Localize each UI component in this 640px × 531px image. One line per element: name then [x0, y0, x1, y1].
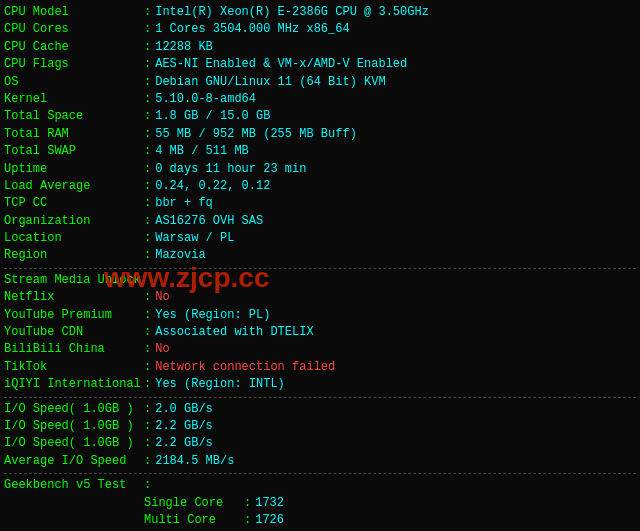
value-youtube-premium: Yes (Region: PL) [155, 307, 270, 324]
label-kernel: Kernel [4, 91, 144, 108]
label-stream-title: Stream Media Unlock [4, 272, 144, 289]
row-tcp-cc: TCP CC : bbr + fq [4, 195, 636, 212]
label-region: Region [4, 247, 144, 264]
row-organization: Organization : AS16276 OVH SAS [4, 213, 636, 230]
divider-1 [4, 268, 636, 269]
row-youtube-cdn: YouTube CDN : Associated with DTELIX [4, 324, 636, 341]
label-io-1: I/O Speed( 1.0GB ) [4, 401, 144, 418]
label-netflix: Netflix [4, 289, 144, 306]
row-io-1: I/O Speed( 1.0GB ) : 2.0 GB/s [4, 401, 636, 418]
row-multi-core: Multi Core : 1726 [4, 512, 636, 529]
value-cpu-cores: 1 Cores 3504.000 MHz x86_64 [155, 21, 349, 38]
row-bilibili: BiliBili China : No [4, 341, 636, 358]
row-youtube-premium: YouTube Premium : Yes (Region: PL) [4, 307, 636, 324]
value-io-3: 2.2 GB/s [155, 435, 213, 452]
row-uptime: Uptime : 0 days 11 hour 23 min [4, 161, 636, 178]
value-cpu-cache: 12288 KB [155, 39, 213, 56]
label-multi-core: Multi Core [144, 512, 244, 529]
value-cpu-flags: AES-NI Enabled & VM-x/AMD-V Enabled [155, 56, 407, 73]
row-stream-title: Stream Media Unlock [4, 272, 636, 289]
value-multi-core: 1726 [255, 512, 284, 529]
label-cpu-cache: CPU Cache [4, 39, 144, 56]
value-kernel: 5.10.0-8-amd64 [155, 91, 256, 108]
row-io-2: I/O Speed( 1.0GB ) : 2.2 GB/s [4, 418, 636, 435]
terminal-container: CPU Model : Intel(R) Xeon(R) E-2386G CPU… [4, 4, 636, 529]
row-kernel: Kernel : 5.10.0-8-amd64 [4, 91, 636, 108]
label-geekbench-title: Geekbench v5 Test [4, 477, 144, 494]
label-tiktok: TikTok [4, 359, 144, 376]
value-avg-io: 2184.5 MB/s [155, 453, 234, 470]
value-youtube-cdn: Associated with DTELIX [155, 324, 313, 341]
value-total-space: 1.8 GB / 15.0 GB [155, 108, 270, 125]
label-total-space: Total Space [4, 108, 144, 125]
row-total-swap: Total SWAP : 4 MB / 511 MB [4, 143, 636, 160]
value-total-swap: 4 MB / 511 MB [155, 143, 249, 160]
value-organization: AS16276 OVH SAS [155, 213, 263, 230]
row-region: Region : Mazovia [4, 247, 636, 264]
value-iqiyi: Yes (Region: INTL) [155, 376, 285, 393]
value-netflix: No [155, 289, 169, 306]
row-io-3: I/O Speed( 1.0GB ) : 2.2 GB/s [4, 435, 636, 452]
value-load-average: 0.24, 0.22, 0.12 [155, 178, 270, 195]
label-youtube-cdn: YouTube CDN [4, 324, 144, 341]
row-tiktok: TikTok : Network connection failed [4, 359, 636, 376]
row-total-space: Total Space : 1.8 GB / 15.0 GB [4, 108, 636, 125]
label-load-average: Load Average [4, 178, 144, 195]
label-location: Location [4, 230, 144, 247]
divider-3 [4, 473, 636, 474]
row-os: OS : Debian GNU/Linux 11 (64 Bit) KVM [4, 74, 636, 91]
value-bilibili: No [155, 341, 169, 358]
row-cpu-flags: CPU Flags : AES-NI Enabled & VM-x/AMD-V … [4, 56, 636, 73]
label-total-swap: Total SWAP [4, 143, 144, 160]
label-youtube-premium: YouTube Premium [4, 307, 144, 324]
value-io-2: 2.2 GB/s [155, 418, 213, 435]
row-cpu-cache: CPU Cache : 12288 KB [4, 39, 636, 56]
label-avg-io: Average I/O Speed [4, 453, 144, 470]
divider-2 [4, 397, 636, 398]
label-cpu-flags: CPU Flags [4, 56, 144, 73]
label-cpu-model: CPU Model [4, 4, 144, 21]
label-iqiyi: iQIYI International [4, 376, 144, 393]
value-location: Warsaw / PL [155, 230, 234, 247]
value-uptime: 0 days 11 hour 23 min [155, 161, 306, 178]
row-load-average: Load Average : 0.24, 0.22, 0.12 [4, 178, 636, 195]
value-tcp-cc: bbr + fq [155, 195, 213, 212]
row-iqiyi: iQIYI International : Yes (Region: INTL) [4, 376, 636, 393]
row-geekbench-title: Geekbench v5 Test : [4, 477, 636, 494]
label-uptime: Uptime [4, 161, 144, 178]
label-single-core: Single Core [144, 495, 244, 512]
label-total-ram: Total RAM [4, 126, 144, 143]
label-tcp-cc: TCP CC [4, 195, 144, 212]
label-cpu-cores: CPU Cores [4, 21, 144, 38]
row-cpu-cores: CPU Cores : 1 Cores 3504.000 MHz x86_64 [4, 21, 636, 38]
row-netflix: Netflix : No [4, 289, 636, 306]
value-io-1: 2.0 GB/s [155, 401, 213, 418]
row-cpu-model: CPU Model : Intel(R) Xeon(R) E-2386G CPU… [4, 4, 636, 21]
row-total-ram: Total RAM : 55 MB / 952 MB (255 MB Buff) [4, 126, 636, 143]
terminal: CPU Model : Intel(R) Xeon(R) E-2386G CPU… [4, 4, 636, 529]
value-single-core: 1732 [255, 495, 284, 512]
label-io-3: I/O Speed( 1.0GB ) [4, 435, 144, 452]
value-os: Debian GNU/Linux 11 (64 Bit) KVM [155, 74, 385, 91]
label-bilibili: BiliBili China [4, 341, 144, 358]
label-io-2: I/O Speed( 1.0GB ) [4, 418, 144, 435]
row-location: Location : Warsaw / PL [4, 230, 636, 247]
value-cpu-model: Intel(R) Xeon(R) E-2386G CPU @ 3.50GHz [155, 4, 429, 21]
value-region: Mazovia [155, 247, 205, 264]
value-total-ram: 55 MB / 952 MB (255 MB Buff) [155, 126, 357, 143]
label-os: OS [4, 74, 144, 91]
row-avg-io: Average I/O Speed : 2184.5 MB/s [4, 453, 636, 470]
row-single-core: Single Core : 1732 [4, 495, 636, 512]
label-organization: Organization [4, 213, 144, 230]
value-tiktok: Network connection failed [155, 359, 335, 376]
